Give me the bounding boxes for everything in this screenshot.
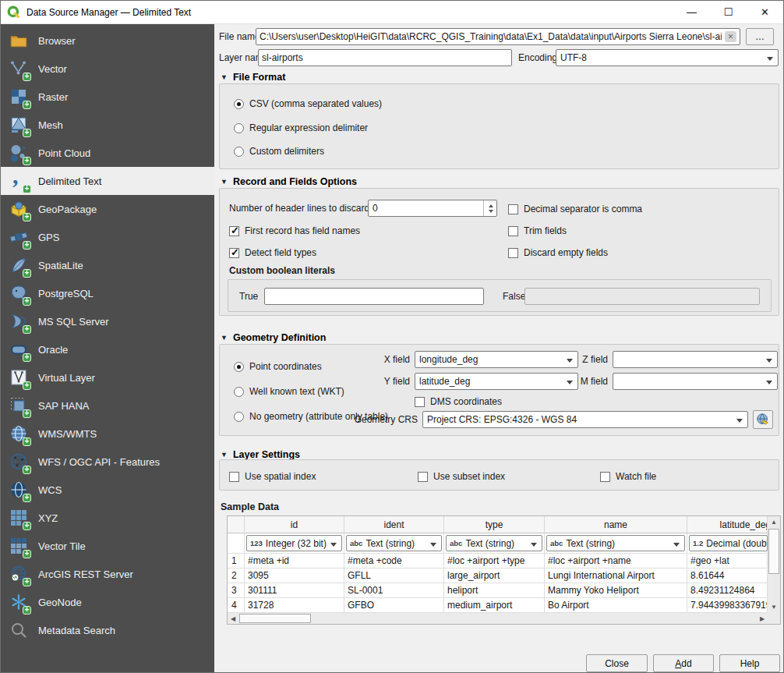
clear-file-icon[interactable]: ✕	[725, 31, 736, 42]
radio-point-coordinates[interactable]: Point coordinates	[234, 359, 322, 374]
encoding-value: UTF-8	[560, 52, 587, 63]
sidebar-item-vector[interactable]: + Vector	[1, 55, 214, 83]
checkbox-icon	[229, 248, 239, 258]
checkbox-label: Detect field types	[245, 247, 316, 258]
sidebar-item-sap-hana[interactable]: + SAP HANA	[1, 391, 214, 420]
y-field-label: Y field	[365, 373, 410, 390]
help-button[interactable]: Help	[719, 654, 780, 672]
checkbox-label: Discard empty fields	[524, 247, 608, 258]
sidebar-item-delimited-text[interactable]: ,+ Delimited Text	[1, 167, 214, 195]
spatialite-icon: +	[9, 255, 29, 275]
sidebar-item-browser[interactable]: Browser	[1, 27, 214, 55]
radio-csv[interactable]: CSV (comma separated values)	[234, 96, 382, 112]
z-field-select[interactable]	[613, 351, 778, 368]
delimited-text-panel: File name C:\Users\user\Desktop\HeiGIT\d…	[214, 24, 783, 672]
section-title: File Format	[233, 72, 285, 83]
close-button[interactable]: Close	[586, 654, 648, 672]
sidebar-item-mesh[interactable]: + Mesh	[1, 111, 214, 139]
sidebar-item-geonode[interactable]: + GeoNode	[1, 588, 214, 616]
maximize-button[interactable]: ☐	[710, 1, 747, 23]
sidebar-item-oracle[interactable]: + Oracle	[1, 335, 214, 363]
field-type-select-name[interactable]: abc Text (string)	[546, 535, 685, 551]
sidebar-item-virtual-layer[interactable]: + Virtual Layer	[1, 363, 214, 391]
x-field-select[interactable]: longitude_deg	[415, 351, 578, 368]
type-row-corner	[228, 533, 245, 554]
header-lines-value: 0	[373, 203, 378, 214]
sidebar-item-mssql[interactable]: + MS SQL Server	[1, 307, 214, 335]
sidebar-item-point-cloud[interactable]: + Point Cloud	[1, 139, 214, 167]
sidebar-item-label: Metadata Search	[38, 625, 115, 636]
file-format-section-header[interactable]: ▼ File Format	[221, 71, 285, 83]
sidebar-item-metadata-search[interactable]: Metadata Search	[1, 616, 214, 644]
add-badge-icon: +	[23, 353, 31, 362]
mesh-icon: +	[9, 115, 29, 135]
sidebar-item-gps[interactable]: + GPS	[1, 223, 214, 251]
checkbox-trim-fields[interactable]: Trim fields	[508, 223, 567, 239]
collapse-triangle-icon: ▼	[221, 334, 228, 342]
decimal-type-icon: 1.2	[693, 539, 703, 547]
scrollbar-corner	[768, 613, 780, 624]
add-badge-icon: +	[23, 522, 31, 530]
true-literal-input[interactable]	[264, 288, 484, 305]
sidebar-item-wms-wmts[interactable]: + WMS/WMTS	[1, 420, 214, 448]
sidebar-item-postgresql[interactable]: + PostgreSQL	[1, 279, 214, 307]
chevron-down-icon	[567, 359, 573, 366]
checkbox-discard-empty[interactable]: Discard empty fields	[508, 245, 608, 260]
select-crs-button[interactable]	[753, 410, 773, 429]
record-fields-section-header[interactable]: ▼ Record and Fields Options	[221, 175, 357, 188]
header-lines-spinner[interactable]: 0	[368, 200, 497, 217]
close-window-button[interactable]: ✕	[747, 1, 783, 23]
raster-icon: +	[9, 87, 29, 107]
checkbox-decimal-separator[interactable]: Decimal separator is comma	[508, 201, 642, 217]
point-cloud-icon: +	[9, 143, 29, 163]
y-field-select[interactable]: latitude_deg	[415, 373, 578, 390]
scroll-right-icon[interactable]: ▶	[757, 613, 768, 624]
field-type-select-id[interactable]: 123 Integer (32 bit)	[246, 535, 342, 551]
checkbox-use-spatial-index[interactable]: Use spatial index	[229, 469, 316, 484]
horizontal-scrollbar-thumb[interactable]	[239, 614, 311, 623]
layer-name-value: sl-airports	[262, 52, 508, 63]
radio-wkt[interactable]: Well known text (WKT)	[234, 384, 344, 399]
spinner-down-icon[interactable]	[484, 208, 497, 216]
sidebar-item-geopackage[interactable]: + GeoPackage	[1, 195, 214, 223]
radio-regex-delimiter[interactable]: Regular expression delimiter	[234, 120, 368, 136]
sidebar-item-spatialite[interactable]: + SpatiaLite	[1, 251, 214, 279]
field-type-select-ident[interactable]: abc Text (string)	[346, 535, 442, 551]
sidebar-item-wfs[interactable]: + WFS / OGC API - Features	[1, 448, 214, 476]
scroll-down-icon[interactable]: ▼	[768, 601, 780, 613]
checkbox-detect-types[interactable]: Detect field types	[229, 245, 316, 260]
geometry-crs-select[interactable]: Project CRS: EPSG:4326 - WGS 84	[422, 411, 748, 428]
sidebar-item-wcs[interactable]: + WCS	[1, 476, 214, 504]
checkbox-first-record[interactable]: First record has field names	[229, 223, 360, 239]
radio-custom-delimiters[interactable]: Custom delimiters	[234, 143, 324, 159]
checkbox-watch-file[interactable]: Watch file	[600, 469, 656, 484]
add-badge-icon: +	[23, 157, 31, 165]
browse-file-button[interactable]: …	[746, 28, 774, 45]
geometry-section-header[interactable]: ▼ Geometry Definition	[221, 331, 326, 344]
add-button[interactable]: Add	[653, 654, 714, 672]
vertical-scrollbar-thumb[interactable]	[768, 529, 779, 574]
vector-icon: +	[9, 58, 29, 79]
layer-name-input[interactable]: sl-airports	[258, 49, 512, 66]
sidebar-item-raster[interactable]: + Raster	[1, 83, 214, 111]
integer-type-icon: 123	[250, 539, 263, 547]
m-field-select[interactable]	[613, 373, 778, 390]
sidebar-item-xyz[interactable]: + XYZ	[1, 504, 214, 532]
field-type-select-latitude[interactable]: 1.2 Decimal (double	[689, 535, 768, 551]
scroll-left-icon[interactable]: ◀	[228, 613, 238, 624]
sidebar-item-arcgis-rest[interactable]: + ArcGIS REST Server	[1, 560, 214, 588]
collapse-triangle-icon: ▼	[221, 73, 228, 81]
checkbox-icon	[508, 204, 518, 214]
checkbox-use-subset-index[interactable]: Use subset index	[418, 469, 505, 484]
encoding-select[interactable]: UTF-8	[556, 49, 779, 66]
field-type-select-type[interactable]: abc Text (string)	[446, 535, 542, 551]
spinner-up-icon[interactable]	[484, 200, 497, 208]
sidebar-item-vector-tile[interactable]: + Vector Tile	[1, 532, 214, 560]
minimize-button[interactable]: —	[673, 1, 710, 23]
table-cell: #meta +id	[245, 554, 344, 569]
sidebar-item-label: MS SQL Server	[38, 316, 109, 328]
file-name-input[interactable]: C:\Users\user\Desktop\HeiGIT\data\RCRC_Q…	[256, 28, 740, 45]
chevron-down-icon	[767, 57, 773, 64]
checkbox-dms-coordinates[interactable]: DMS coordinates	[415, 394, 502, 409]
scroll-up-icon[interactable]: ▲	[768, 516, 780, 528]
